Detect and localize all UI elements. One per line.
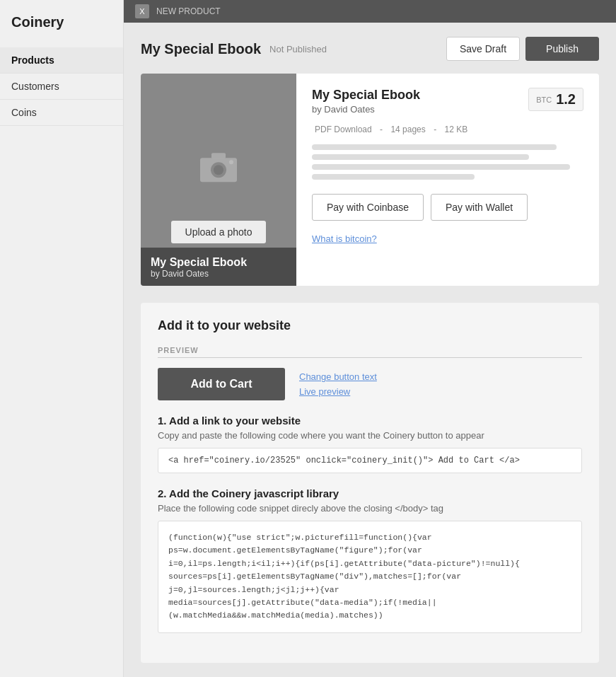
- btc-badge: BTC 1.2: [528, 88, 583, 111]
- product-info-title: My Special Ebook: [312, 88, 420, 103]
- product-info-author: by David Oates: [312, 104, 420, 115]
- meta-separator-1: -: [380, 125, 385, 134]
- product-preview-card: Upload a photo My Special Ebook by David…: [141, 74, 599, 286]
- top-bar: X NEW PRODUCT: [124, 0, 616, 23]
- change-button-text-link[interactable]: Change button text: [299, 371, 377, 382]
- top-bar-title: NEW PRODUCT: [156, 6, 221, 16]
- step2-code[interactable]: (function(w){"use strict";w.picturefill=…: [158, 521, 582, 633]
- sidebar-item-products[interactable]: Products: [0, 47, 123, 74]
- preview-divider: [158, 357, 582, 358]
- svg-point-2: [214, 165, 223, 175]
- svg-point-4: [229, 160, 233, 164]
- camera-icon: [197, 149, 240, 192]
- skeleton-line-4: [312, 174, 475, 180]
- skeleton-lines: [312, 144, 583, 180]
- btc-label: BTC: [536, 96, 552, 104]
- add-website-section: Add it to your website PREVIEW Add to Ca…: [141, 303, 599, 663]
- step2-title: 2. Add the Coinery javascript library: [158, 487, 582, 499]
- header-buttons: Save Draft Publish: [446, 37, 599, 61]
- meta-type: PDF Download: [315, 125, 372, 134]
- app-logo: Coinery: [0, 0, 123, 47]
- add-website-title: Add it to your website: [158, 318, 582, 333]
- skeleton-line-2: [312, 154, 529, 160]
- preview-label: PREVIEW: [158, 346, 582, 354]
- step1-desc: Copy and paste the following code where …: [158, 430, 582, 441]
- product-info-header: My Special Ebook by David Oates BTC 1.2: [312, 88, 583, 115]
- skeleton-line-3: [312, 164, 570, 170]
- skeleton-line-1: [312, 144, 557, 150]
- photo-caption-title: My Special Ebook: [151, 256, 286, 269]
- meta-pages: 14 pages: [390, 125, 425, 134]
- publish-button[interactable]: Publish: [525, 37, 599, 61]
- publish-status: Not Published: [269, 44, 327, 54]
- what-is-bitcoin-link[interactable]: What is bitcoin?: [312, 233, 377, 244]
- content-area: My Special Ebook Not Published Save Draf…: [124, 23, 616, 677]
- step1-title: 1. Add a link to your website: [158, 415, 582, 427]
- pay-with-wallet-button[interactable]: Pay with Wallet: [431, 194, 528, 221]
- step2-section: 2. Add the Coinery javascript library Pl…: [158, 487, 582, 633]
- product-header: My Special Ebook Not Published Save Draf…: [141, 37, 599, 61]
- sidebar-item-customers[interactable]: Customers: [0, 74, 123, 100]
- sidebar: Coinery Products Customers Coins: [0, 0, 124, 677]
- sidebar-item-coins[interactable]: Coins: [0, 100, 123, 126]
- live-preview-link[interactable]: Live preview: [299, 386, 377, 397]
- btc-value: 1.2: [556, 91, 576, 108]
- save-draft-button[interactable]: Save Draft: [446, 37, 520, 61]
- photo-caption: My Special Ebook by David Oates: [141, 248, 296, 286]
- photo-area: Upload a photo My Special Ebook by David…: [141, 74, 296, 286]
- main-content: X NEW PRODUCT My Special Ebook Not Publi…: [124, 0, 616, 677]
- meta-separator-2: -: [434, 125, 438, 134]
- payment-buttons: Pay with Coinbase Pay with Wallet: [312, 194, 583, 221]
- step2-desc: Place the following code snippet direcly…: [158, 503, 582, 514]
- svg-rect-3: [211, 153, 226, 158]
- photo-caption-author: by David Oates: [151, 269, 286, 279]
- meta-size: 12 KB: [444, 125, 467, 134]
- product-title-area: My Special Ebook Not Published: [141, 41, 327, 57]
- step1-section: 1. Add a link to your website Copy and p…: [158, 415, 582, 473]
- product-info-title-area: My Special Ebook by David Oates: [312, 88, 420, 115]
- product-meta: PDF Download - 14 pages - 12 KB: [312, 125, 583, 134]
- product-title: My Special Ebook: [141, 41, 261, 57]
- upload-photo-button[interactable]: Upload a photo: [171, 221, 267, 243]
- pay-with-coinbase-button[interactable]: Pay with Coinbase: [312, 194, 424, 221]
- preview-actions: Change button text Live preview: [299, 371, 377, 397]
- close-button[interactable]: X: [135, 4, 149, 18]
- add-to-cart-button[interactable]: Add to Cart: [158, 368, 285, 400]
- product-info: My Special Ebook by David Oates BTC 1.2 …: [296, 74, 599, 286]
- step1-code[interactable]: <a href="coinery.io/23525" onclick="coin…: [158, 448, 582, 473]
- preview-row: Add to Cart Change button text Live prev…: [158, 368, 582, 400]
